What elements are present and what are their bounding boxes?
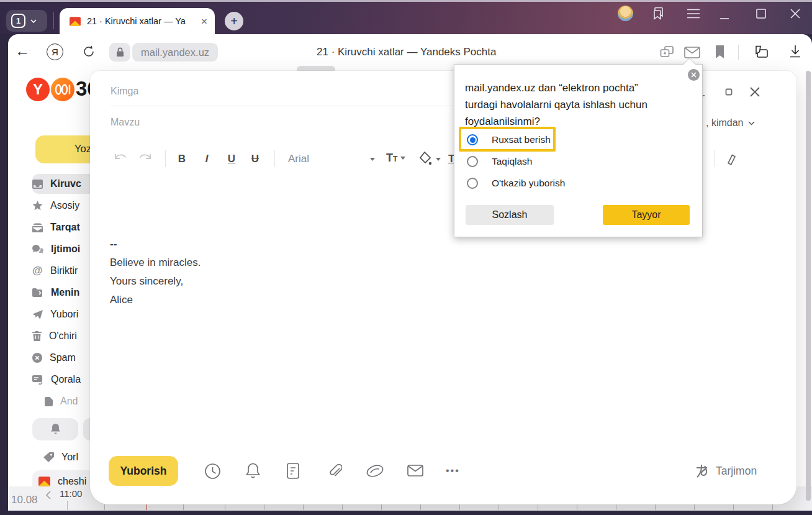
sidebar-item-label: Spam	[50, 352, 76, 363]
radio-icon[interactable]	[467, 156, 478, 167]
font-family-caret-icon[interactable]	[370, 158, 375, 161]
user-avatar[interactable]	[618, 6, 633, 21]
sidebar-item-label: Tarqat	[50, 222, 80, 233]
downloads-icon[interactable]	[788, 44, 803, 59]
chevron-left-icon[interactable]	[45, 491, 52, 499]
text-color-button[interactable]: T	[448, 153, 454, 165]
window-frame-left	[0, 34, 8, 515]
attach-from-mail-icon[interactable]	[407, 464, 424, 477]
italic-button[interactable]: I	[199, 153, 215, 165]
sidebar-item-spam[interactable]: Spam	[32, 349, 76, 367]
menu-icon[interactable]	[687, 9, 700, 19]
minimize-window-icon[interactable]	[718, 11, 731, 24]
window-frame-bottom	[0, 511, 812, 515]
close-compose-icon[interactable]	[749, 86, 761, 98]
popup-option-allow[interactable]: Ruxsat berish	[467, 134, 551, 145]
yandex-home-button[interactable]: Я	[47, 43, 63, 60]
font-family-selector[interactable]: Arial	[288, 153, 309, 165]
address-bar[interactable]: mail.yandex.uz	[132, 43, 218, 62]
timeline-tick	[577, 504, 577, 510]
popup-option-skip[interactable]: O'tkazib yuborish	[467, 178, 565, 189]
bold-button[interactable]: B	[174, 153, 190, 165]
close-window-icon[interactable]	[789, 7, 801, 20]
popup-done-button[interactable]: Tayyor	[603, 205, 690, 225]
strikethrough-button[interactable]: U	[247, 153, 263, 165]
attach-from-disk-icon[interactable]	[366, 465, 384, 477]
clear-formatting-icon[interactable]	[724, 152, 738, 165]
spam-icon	[32, 353, 42, 363]
sidebar-item-label: Yorl	[61, 452, 78, 463]
sidebar-item-label: And	[60, 396, 78, 407]
option-label: Ruxsat berish	[492, 134, 551, 145]
tab-title: 21 · Kiruvchi xatlar — Ya	[87, 16, 195, 26]
schedule-send-icon[interactable]	[204, 463, 221, 480]
site-security-badge[interactable]	[109, 43, 130, 62]
fill-color-icon[interactable]	[418, 151, 432, 166]
yandex-360-logo[interactable]	[51, 78, 74, 101]
redo-icon[interactable]	[138, 152, 152, 165]
yandex-logo[interactable]: Y	[26, 78, 50, 101]
tab-close-icon[interactable]: ×	[201, 16, 207, 27]
popup-option-block[interactable]: Taqiqlash	[467, 156, 533, 167]
popout-compose-icon[interactable]	[725, 88, 733, 96]
popup-close-button[interactable]	[688, 69, 700, 81]
timeline-tick	[264, 504, 264, 510]
underline-button[interactable]: U	[223, 153, 240, 165]
sidebar-item-labels[interactable]: Yorl	[43, 448, 78, 467]
compose-subject-field[interactable]: Mavzu	[111, 117, 140, 128]
titlebar-divider	[53, 12, 54, 29]
timeline-tick-major	[67, 501, 68, 510]
new-tab-button[interactable]: +	[225, 12, 243, 30]
tag-icon	[43, 452, 54, 462]
undo-icon[interactable]	[114, 152, 127, 165]
from-selector[interactable]: , kimdan	[706, 117, 755, 129]
font-size-selector[interactable]: T T	[386, 152, 405, 165]
sidebar-item-primary[interactable]: Asosiy	[32, 196, 79, 215]
attach-file-icon[interactable]	[327, 462, 342, 480]
sidebar-item-attachments[interactable]: @ Biriktir	[32, 262, 78, 280]
send-button[interactable]: Yuborish	[109, 456, 178, 486]
timeline-tick	[694, 504, 695, 510]
tab-group-counter[interactable]: 1	[6, 10, 47, 32]
folders-icon	[32, 288, 43, 297]
back-button[interactable]: ←	[15, 42, 30, 60]
popup-settings-button[interactable]: Sozlash	[466, 205, 554, 225]
mail-handler-icon[interactable]	[684, 47, 700, 58]
radio-selected-icon[interactable]	[467, 134, 478, 145]
sidebar-item-inbox[interactable]: Kiruvc	[32, 175, 81, 193]
translator-button[interactable]: Tarjimon	[694, 463, 757, 479]
send-button-label: Yuborish	[120, 465, 167, 478]
active-tab[interactable]: 21 · Kiruvchi xatlar — Ya ×	[60, 8, 215, 34]
bookmark-icon[interactable]	[715, 45, 725, 59]
sidebar-item-templates[interactable]: And	[45, 392, 78, 411]
radio-icon[interactable]	[467, 178, 478, 189]
timeline-date: 10.08	[11, 494, 38, 506]
yandex-mail-favicon	[70, 17, 81, 26]
done-button-label: Tayyor	[631, 209, 661, 221]
bookmarks-panel-icon[interactable]	[652, 7, 667, 21]
sidebar-item-trash[interactable]: O'chiri	[32, 327, 77, 345]
toolbar-divider	[714, 150, 715, 167]
tab-preview-icon[interactable]	[660, 45, 674, 59]
compose-mail-button[interactable]: Yoz	[35, 135, 97, 163]
collections-icon[interactable]	[752, 44, 770, 60]
fill-color-caret-icon[interactable]	[436, 158, 441, 161]
sidebar-item-drafts[interactable]: Qorala	[32, 370, 81, 389]
compose-to-field[interactable]: Kimga	[111, 86, 138, 97]
sidebar-item-my-folders[interactable]: Menin	[32, 283, 79, 302]
timeline-tick	[538, 504, 538, 510]
notifications-pill[interactable]	[32, 418, 78, 440]
page-scrollbar[interactable]	[806, 71, 811, 501]
maximize-window-icon[interactable]	[755, 7, 767, 20]
more-actions-button[interactable]: •••	[446, 465, 460, 476]
sidebar-item-sent[interactable]: Yubori	[32, 305, 78, 324]
sidebar-item-newsletters[interactable]: Tarqat	[32, 218, 80, 237]
timeline-tick	[498, 504, 499, 510]
compose-body[interactable]: -- Believe in miracles. Yours sincerely,…	[110, 235, 201, 309]
reminder-bell-icon[interactable]	[245, 462, 261, 480]
templates-icon[interactable]	[286, 462, 300, 480]
logo-rings	[55, 83, 71, 96]
refresh-icon[interactable]	[81, 44, 96, 59]
sidebar-item-social[interactable]: Ijtimoi	[32, 240, 80, 258]
sidebar-item-label: Menin	[51, 287, 79, 298]
